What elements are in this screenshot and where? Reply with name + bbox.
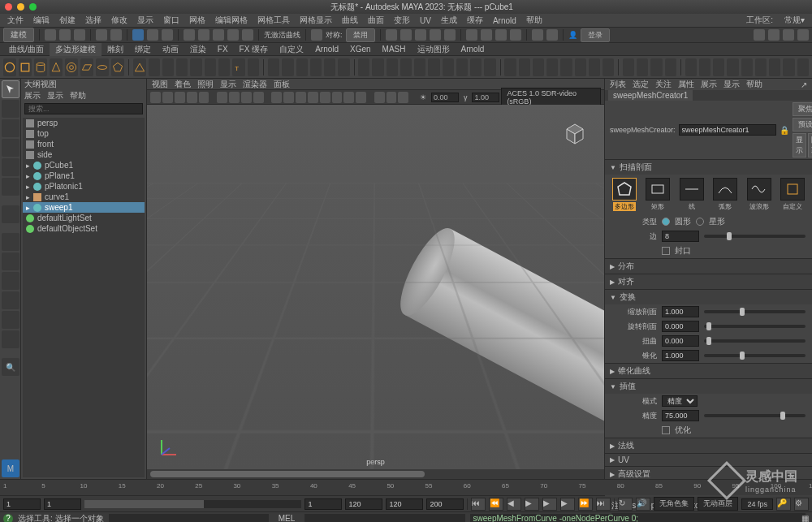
section-distribute-header[interactable]: ▶分布 bbox=[605, 259, 812, 274]
sym-icon[interactable] bbox=[311, 29, 322, 41]
ipr-icon[interactable] bbox=[415, 29, 426, 41]
resolution-gate-icon[interactable] bbox=[241, 92, 252, 103]
ae-focus-button[interactable]: 聚焦 bbox=[793, 102, 812, 116]
panel-layout-icon[interactable] bbox=[466, 29, 477, 41]
range-end-inner[interactable] bbox=[345, 498, 382, 510]
poly-cone-icon[interactable] bbox=[50, 58, 63, 76]
shelf-tab-arnold[interactable]: Arnold bbox=[309, 44, 344, 54]
workspace-selector[interactable]: 常规▾ bbox=[780, 15, 809, 26]
layout-two-v[interactable] bbox=[2, 291, 19, 309]
grid-toggle-icon[interactable] bbox=[217, 92, 227, 103]
slide-edge-icon[interactable] bbox=[546, 58, 558, 76]
range-track[interactable] bbox=[84, 500, 301, 508]
svg-icon[interactable] bbox=[248, 58, 259, 76]
snap-live-icon[interactable] bbox=[242, 29, 253, 41]
mel-input[interactable] bbox=[304, 514, 464, 523]
layout-persp-graph[interactable] bbox=[2, 330, 19, 348]
play-back-icon[interactable]: ▶ bbox=[525, 498, 539, 511]
menu-select[interactable]: 选择 bbox=[81, 15, 106, 26]
sidebar-toggle3-icon[interactable] bbox=[783, 29, 794, 41]
section-profile-header[interactable]: ▼扫描剖面 bbox=[605, 160, 812, 175]
bookmark-icon[interactable] bbox=[162, 92, 173, 103]
symmetry-selector[interactable]: 禁用 bbox=[346, 28, 375, 42]
circularize-icon[interactable] bbox=[589, 58, 600, 76]
shelf-tab-arnold2[interactable]: Arnold bbox=[456, 44, 490, 54]
menu-editmesh[interactable]: 编辑网格 bbox=[211, 15, 252, 26]
precision-mode-select[interactable]: 精度 bbox=[662, 395, 698, 407]
ae-tab-selected[interactable]: 选定 bbox=[633, 79, 649, 90]
ae-show-button[interactable]: 显示 bbox=[793, 133, 806, 157]
ae-tab-attrs[interactable]: 属性 bbox=[678, 79, 694, 90]
outliner-item-front[interactable]: front bbox=[23, 139, 145, 149]
autokey-icon[interactable]: 🔑 bbox=[776, 498, 791, 511]
sidebar-toggle4-icon[interactable] bbox=[797, 29, 809, 41]
colorspace-selector[interactable]: ACES 1.0 SDR-video (sRGB) bbox=[501, 88, 601, 107]
isolate-icon[interactable] bbox=[374, 92, 385, 103]
menu-edit[interactable]: 编辑 bbox=[29, 15, 54, 26]
panel-layout3-icon[interactable] bbox=[495, 29, 507, 41]
poly-type-icon[interactable]: T bbox=[232, 58, 245, 76]
window-controls[interactable] bbox=[5, 3, 37, 11]
viewport-scrollbar[interactable] bbox=[147, 469, 604, 479]
poke-icon[interactable] bbox=[560, 58, 572, 76]
connect-icon[interactable] bbox=[443, 58, 454, 76]
outliner-item-defaultlightset[interactable]: defaultLightSet bbox=[23, 213, 145, 223]
menu-create[interactable]: 创建 bbox=[55, 15, 80, 26]
shelf-tab-fx[interactable]: FX bbox=[212, 44, 234, 54]
panel-layout4-icon[interactable] bbox=[510, 29, 521, 41]
image-plane-icon[interactable] bbox=[175, 92, 185, 103]
paint-tool[interactable] bbox=[2, 119, 19, 137]
multicut-icon[interactable] bbox=[504, 58, 516, 76]
prev-key-icon[interactable]: ◀ bbox=[507, 498, 521, 511]
ae-tab-list[interactable]: 列表 bbox=[610, 79, 626, 90]
ae-lock-icon[interactable]: 🔒 bbox=[780, 126, 789, 135]
close-icon[interactable] bbox=[5, 3, 12, 11]
menu-modify[interactable]: 修改 bbox=[107, 15, 132, 26]
textured-icon[interactable] bbox=[296, 92, 306, 103]
play-end-icon[interactable]: ⏭ bbox=[596, 498, 611, 511]
rotate-profile-slider[interactable] bbox=[704, 325, 806, 328]
select-tool[interactable] bbox=[2, 80, 19, 98]
toggle-y-icon[interactable] bbox=[546, 29, 558, 41]
layout-outliner[interactable] bbox=[2, 311, 19, 329]
outliner-item-pcube1[interactable]: ▸pCube1 bbox=[23, 160, 145, 170]
boolean-icon[interactable] bbox=[310, 58, 322, 76]
loop-icon[interactable]: ↻ bbox=[618, 498, 633, 511]
rotate-tool[interactable] bbox=[2, 158, 19, 176]
poly-helix-icon[interactable] bbox=[176, 58, 188, 76]
poly-sphere-icon[interactable] bbox=[3, 58, 16, 76]
sweep-mesh-icon[interactable] bbox=[268, 58, 279, 76]
shelf-tab-mograph[interactable]: 运动图形 bbox=[412, 43, 456, 56]
play-start-icon[interactable]: ⏮ bbox=[471, 498, 486, 511]
charset-selector[interactable]: 无角色集 bbox=[654, 497, 694, 511]
render-settings-icon[interactable] bbox=[430, 29, 441, 41]
spin-edge-icon[interactable] bbox=[603, 58, 614, 76]
insert-edge-icon[interactable] bbox=[519, 58, 530, 76]
exposure-field[interactable] bbox=[431, 93, 459, 102]
wedge-icon[interactable] bbox=[575, 58, 586, 76]
shelf-tab-rig[interactable]: 绑定 bbox=[129, 43, 157, 56]
view-menu-view[interactable]: 视图 bbox=[152, 79, 168, 90]
menu-generate[interactable]: 生成 bbox=[437, 15, 461, 26]
2d-pan-icon[interactable] bbox=[187, 92, 197, 103]
menu-meshdisplay[interactable]: 网格显示 bbox=[296, 15, 336, 26]
ae-tab-help[interactable]: 帮助 bbox=[746, 79, 762, 90]
reduce-icon[interactable] bbox=[338, 58, 349, 76]
append-icon[interactable] bbox=[400, 58, 412, 76]
command-input[interactable] bbox=[109, 514, 269, 523]
menu-display[interactable]: 显示 bbox=[133, 15, 158, 26]
uv-spherical-icon[interactable] bbox=[713, 58, 724, 76]
minimize-icon[interactable] bbox=[17, 3, 24, 11]
poly-soccer-icon[interactable] bbox=[205, 58, 216, 76]
range-start-inner[interactable] bbox=[44, 498, 81, 510]
view-menu-show[interactable]: 显示 bbox=[220, 79, 236, 90]
section-precision-header[interactable]: ▼插值 bbox=[605, 379, 812, 394]
script-editor-icon[interactable]: ▦ bbox=[801, 514, 809, 522]
aa-icon[interactable] bbox=[356, 92, 366, 103]
current-frame[interactable] bbox=[304, 498, 342, 510]
audio-icon[interactable]: 🔊 bbox=[636, 498, 650, 511]
bevel-icon[interactable] bbox=[387, 58, 398, 76]
outliner-item-side[interactable]: side bbox=[23, 149, 145, 160]
poly-pyramid-icon[interactable] bbox=[133, 58, 146, 76]
merge-icon[interactable] bbox=[470, 58, 482, 76]
